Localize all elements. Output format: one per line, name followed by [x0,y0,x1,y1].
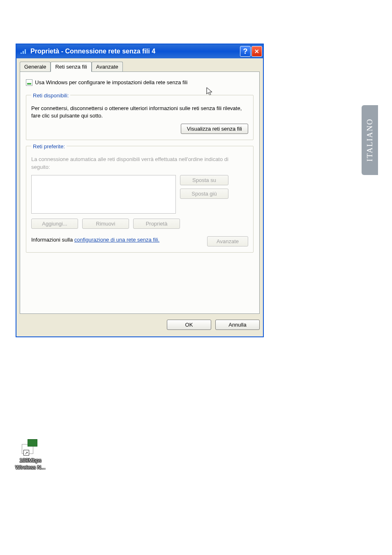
close-button[interactable]: ✕ [251,46,262,57]
ok-button[interactable]: OK [167,320,211,330]
available-networks-group: Reti disponibili: Per connettersi, disco… [26,95,254,140]
use-windows-config-checkbox[interactable] [26,79,32,86]
use-windows-config-row: Usa Windows per configurare le impostazi… [26,79,254,86]
nic-utility-icon: ↗ [22,438,39,456]
info-prefix: Informazioni sulla [31,237,74,243]
wireless-icon [20,47,27,56]
tab-advanced[interactable]: Avanzate [92,62,123,71]
tab-wireless[interactable]: Reti senza fili [51,62,91,72]
preferred-networks-list[interactable] [31,175,176,214]
use-windows-config-label: Usa Windows per configurare le impostazi… [35,79,187,85]
svg-rect-0 [21,53,22,54]
properties-dialog: Proprietà - Connessione rete senza fili … [16,44,264,337]
tab-general[interactable]: Generale [20,62,51,71]
available-networks-legend: Reti disponibili: [31,92,70,99]
move-down-button[interactable]: Sposta giù [180,189,228,199]
shortcut-label-line2: Wireless N... [7,464,53,471]
language-label: ITALIANO [365,118,374,161]
advanced-button[interactable]: Avanzate [207,236,248,246]
tabs: Generale Reti senza fili Avanzate [20,62,260,71]
config-info-text: Informazioni sulla configurazione di una… [31,236,202,244]
move-up-button[interactable]: Sposta su [180,175,228,185]
remove-button[interactable]: Rimuovi [82,219,129,229]
preferred-networks-group: Reti preferite: La connessione automatic… [26,146,254,252]
svg-rect-2 [25,49,26,54]
shortcut-label-line1: 108Mbps [7,457,53,464]
properties-button[interactable]: Proprietà [133,219,180,229]
desktop-shortcut[interactable]: ↗ 108Mbps Wireless N... [7,438,53,471]
cancel-button[interactable]: Annulla [215,320,260,330]
language-side-tab[interactable]: ITALIANO [362,105,378,175]
add-button[interactable]: Aggiungi... [31,219,78,229]
preferred-networks-legend: Reti preferite: [31,143,67,150]
wireless-config-link[interactable]: configurazione di una rete senza fili. [74,237,159,243]
help-button[interactable]: ? [240,46,251,57]
preferred-networks-help: La connessione automatica alle reti disp… [31,156,248,170]
titlebar[interactable]: Proprietà - Connessione rete senza fili … [16,44,263,58]
view-wireless-networks-button[interactable]: Visualizza reti senza fili [181,124,248,134]
available-networks-help: Per connettersi, disconnettersi o ottene… [31,105,248,120]
shortcut-overlay-icon: ↗ [23,450,29,456]
dialog-body: Generale Reti senza fili Avanzate Usa Wi… [16,58,263,336]
svg-rect-1 [23,51,24,54]
tab-panel-wireless: Usa Windows per configurare le impostazi… [20,71,260,314]
window-title: Proprietà - Connessione rete senza fili … [30,48,239,55]
